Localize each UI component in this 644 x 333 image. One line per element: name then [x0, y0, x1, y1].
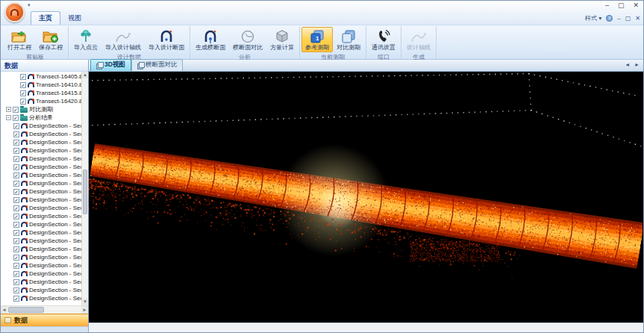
tree-item-design-section[interactable]: ✓ DesignSection - Sect [1, 196, 81, 204]
tree-item-design-section[interactable]: ✓ DesignSection - Sect [1, 294, 81, 302]
ribbon-close-button[interactable]: ✕ [635, 15, 640, 22]
tree-item-design-section[interactable]: ✓ DesignSection - Sect [1, 270, 81, 278]
quick-access-caret-icon[interactable]: ▾ [28, 2, 31, 8]
tree-item-design-section[interactable]: ✓ DesignSection - Sect [1, 261, 81, 270]
tab-3d-view[interactable]: 3D视图 [90, 59, 131, 71]
checkbox-checked[interactable]: ✓ [13, 230, 19, 236]
tree-item-transect[interactable]: ✓ Transect-16405.85 [1, 72, 81, 81]
tab-nav-arrows[interactable]: ◄ ► [625, 62, 641, 67]
tree-item-design-section[interactable]: ✓ DesignSection - Sect [1, 146, 81, 155]
scrollbar-thumb[interactable] [8, 307, 44, 313]
checkbox-checked[interactable]: ✓ [13, 123, 19, 129]
data-tree[interactable]: ✓ Transect-16405.85 ✓ Transect-16410.85 [1, 72, 88, 305]
import-point-cloud-icon [76, 28, 96, 44]
checkbox-checked[interactable]: ✓ [13, 131, 19, 137]
scrollbar-thumb[interactable] [83, 169, 87, 214]
tab-home[interactable]: 主页 [31, 11, 60, 25]
tree-item-transect[interactable]: ✓ Transect-16415.85 [1, 89, 81, 97]
tree-item-compare-epoch[interactable]: + ✓ 对比测期 [1, 105, 81, 113]
scroll-left-icon[interactable]: ◄ [1, 306, 7, 314]
tree-item-design-section[interactable]: ✓ DesignSection - Sect [1, 245, 81, 253]
ribbon-minimize-button[interactable]: – [617, 15, 620, 22]
checkbox-checked[interactable]: ✓ [13, 205, 19, 211]
checkbox-checked[interactable]: ✓ [20, 82, 26, 88]
tree-item-transect[interactable]: ✓ Transect-16420.85 [1, 97, 81, 105]
ribbon-maximize-button[interactable]: ▢ [625, 15, 631, 22]
import-design-axis-button[interactable]: 导入设计轴线 [101, 27, 145, 52]
reference-epoch-button[interactable]: 1 参考测期 [301, 27, 333, 52]
help-icon[interactable]: ? [606, 15, 613, 22]
compare-epoch-button[interactable]: 2 对比测期 [333, 27, 364, 52]
checkbox-checked[interactable]: ✓ [13, 181, 19, 187]
checkbox-checked[interactable]: ✓ [13, 255, 19, 261]
style-dropdown[interactable]: 样式 ▾ [585, 14, 601, 22]
tree-item-design-section[interactable]: ✓ DesignSection - Sect [1, 212, 81, 220]
minimize-button[interactable]: – [605, 1, 609, 9]
checkbox-checked[interactable]: ✓ [13, 140, 19, 146]
tree-item-design-section[interactable]: ✓ DesignSection - Sect [1, 220, 81, 228]
tree-item-transect[interactable]: ✓ Transect-16410.85 [1, 81, 81, 89]
checkbox-checked[interactable]: ✓ [13, 164, 19, 170]
tree-item-design-section[interactable]: ✓ DesignSection - Sect [1, 179, 81, 187]
scroll-up-icon[interactable]: ▲ [82, 72, 88, 78]
viewport-3d[interactable] [89, 72, 643, 323]
tree-item-design-section[interactable]: ✓ DesignSection - Sect [1, 187, 81, 196]
comm-settings-button[interactable]: 通讯设置 [368, 27, 399, 52]
checkbox-checked[interactable]: ✓ [13, 296, 19, 302]
maximize-button[interactable]: ▢ [618, 1, 625, 9]
volume-calc-button[interactable]: 方量计算 [266, 27, 298, 52]
design-axis-button[interactable]: 设计轴线 [403, 27, 434, 52]
tree-item-design-section[interactable]: ✓ DesignSection - Sect [1, 122, 81, 130]
tab-cross-section-compare[interactable]: 横断面对比 [131, 59, 184, 71]
tree-item-design-section[interactable]: ✓ DesignSection - Sect [1, 171, 81, 179]
tree-item-design-section[interactable]: ✓ DesignSection - Sect [1, 228, 81, 237]
grid-icon [4, 317, 11, 323]
checkbox-checked[interactable]: ✓ [13, 246, 19, 252]
checkbox-checked[interactable]: ✓ [13, 271, 19, 277]
close-button[interactable]: ✕ [633, 1, 639, 9]
import-point-cloud-button[interactable]: 导入点云 [70, 27, 101, 52]
scroll-right-icon[interactable]: ► [81, 306, 88, 314]
tree-item-design-section[interactable]: ✓ DesignSection - Sect [1, 253, 81, 261]
collapse-icon[interactable]: − [6, 115, 11, 120]
expand-icon[interactable]: + [6, 107, 11, 112]
checkbox-checked[interactable]: ✓ [13, 156, 19, 162]
tree-item-design-section[interactable]: ✓ DesignSection - Sect [1, 278, 81, 286]
save-project-button[interactable]: 保存工程 [35, 27, 66, 52]
open-project-button[interactable]: 打开工程 [4, 27, 35, 52]
checkbox-checked[interactable]: ✓ [13, 107, 19, 113]
checkbox-checked[interactable]: ✓ [13, 222, 19, 228]
cross-section-compare-button[interactable]: 横断面对比 [229, 27, 266, 52]
checkbox-checked[interactable]: ✓ [13, 279, 19, 285]
tree-item-analysis-results[interactable]: − ✓ 分析结果 [1, 113, 81, 122]
tree-vertical-scrollbar[interactable]: ▲ ▼ [81, 72, 88, 305]
checkbox-checked[interactable]: ✓ [13, 287, 19, 293]
checkbox-checked[interactable]: ✓ [13, 148, 19, 154]
checkbox-checked[interactable]: ✓ [20, 90, 26, 96]
checkbox-checked[interactable]: ✓ [13, 115, 19, 121]
tree-item-design-section[interactable]: ✓ DesignSection - Sect [1, 138, 81, 146]
tree-item-design-section[interactable]: ✓ DesignSection - Sect [1, 163, 81, 171]
tree-item-design-section[interactable]: ✓ DesignSection - Sect [1, 237, 81, 245]
checkbox-checked[interactable]: ✓ [20, 74, 26, 80]
tree-item-design-section[interactable]: ✓ DesignSection - Sect [1, 286, 81, 294]
tree-item-design-section[interactable]: ✓ DesignSection - Sect [1, 204, 81, 212]
tab-view[interactable]: 视图 [60, 12, 89, 25]
checkbox-checked[interactable]: ✓ [13, 214, 19, 220]
data-panel-bottom-tab[interactable]: 数据 [1, 314, 88, 326]
checkbox-checked[interactable]: ✓ [13, 263, 19, 269]
tree-item-design-section[interactable]: ✓ DesignSection - Sect [1, 155, 81, 163]
import-design-section-button[interactable]: 导入设计断面 [145, 27, 188, 52]
tree-horizontal-scrollbar[interactable]: ◄ ► [1, 305, 88, 314]
checkbox-checked[interactable]: ✓ [13, 238, 19, 244]
checkbox-checked[interactable]: ✓ [13, 197, 19, 203]
generate-cross-section-button[interactable]: 生成横断面 [192, 27, 229, 52]
design-section-icon [21, 238, 28, 243]
viewport-canvas[interactable] [89, 72, 643, 323]
checkbox-checked[interactable]: ✓ [13, 172, 19, 178]
checkbox-checked[interactable]: ✓ [13, 189, 19, 195]
checkbox-checked[interactable]: ✓ [20, 99, 26, 105]
scroll-down-icon[interactable]: ▼ [82, 299, 88, 305]
tree-item-design-section[interactable]: ✓ DesignSection - Sect [1, 130, 81, 138]
app-menu-button[interactable] [4, 2, 25, 22]
